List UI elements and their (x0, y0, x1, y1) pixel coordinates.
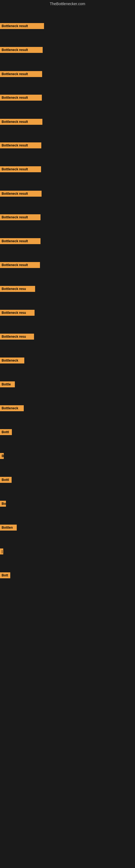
bottleneck-bar-9: Bottleneck result (0, 214, 41, 220)
bottleneck-bar-3: Bottleneck result (0, 71, 42, 77)
bottleneck-bar-19: B (0, 453, 4, 459)
bottleneck-bar-2: Bottleneck result (0, 47, 43, 53)
bottleneck-bar-5: Bottleneck result (0, 119, 42, 125)
bottleneck-bar-22: Bottlen (0, 525, 17, 531)
bottleneck-bar-6: Bottleneck result (0, 143, 41, 148)
bottleneck-bar-15: Bottleneck (0, 358, 24, 364)
bottleneck-bar-12: Bottleneck resu (0, 286, 35, 292)
bottleneck-bar-1: Bottleneck result (0, 23, 44, 29)
bottleneck-bar-13: Bottleneck resu (0, 310, 35, 316)
bottleneck-bar-23: | (0, 549, 3, 554)
bottleneck-bar-14: Bottleneck resu (0, 334, 34, 340)
site-title: TheBottlenecker.com (0, 0, 135, 8)
bottleneck-bar-8: Bottleneck result (0, 191, 42, 197)
bottleneck-bar-20: Bottl (0, 477, 12, 483)
bottleneck-bar-11: Bottleneck result (0, 262, 40, 268)
bottleneck-bar-17: Bottleneck (0, 405, 24, 411)
bottleneck-bar-21: Bo (0, 501, 6, 507)
bottleneck-bar-24: Bott (0, 572, 10, 578)
bottleneck-bar-4: Bottleneck result (0, 95, 42, 101)
bottleneck-bar-7: Bottleneck result (0, 166, 41, 172)
bottleneck-bar-10: Bottleneck result (0, 238, 41, 244)
bottleneck-bar-18: Bottl (0, 429, 12, 435)
bottleneck-bar-16: Bottle (0, 381, 15, 388)
